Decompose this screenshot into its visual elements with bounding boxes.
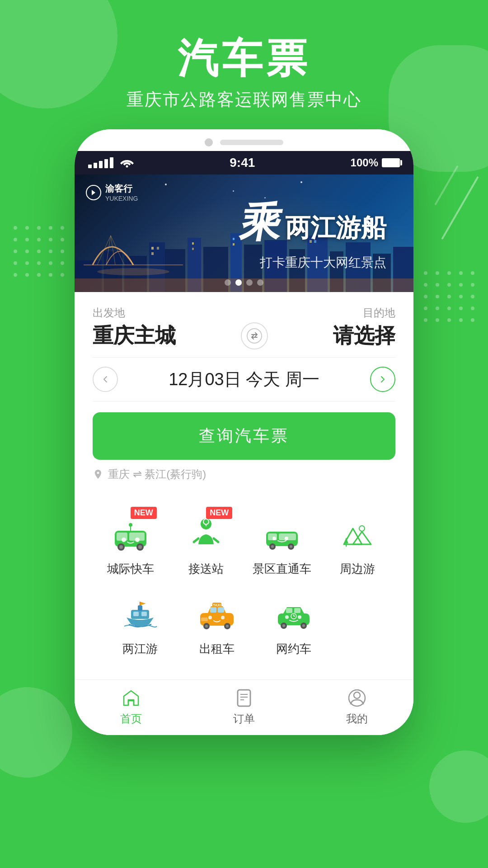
svg-rect-78 xyxy=(201,618,208,621)
signal-area xyxy=(88,157,134,168)
svg-point-75 xyxy=(205,625,208,627)
scenic-icon-wrap xyxy=(259,510,305,556)
svg-point-41 xyxy=(138,545,142,549)
star-2 xyxy=(233,190,234,192)
pickup-label: 接送站 xyxy=(188,561,224,577)
prev-date-button[interactable] xyxy=(93,367,118,392)
recent-route[interactable]: 重庆 ⇌ 綦江(綦行驹) xyxy=(93,467,395,483)
to-city[interactable]: 请选择 xyxy=(333,322,395,350)
svg-rect-23 xyxy=(233,243,235,245)
svg-line-49 xyxy=(194,538,198,542)
svg-point-59 xyxy=(285,537,288,540)
services-row-1: NEW xyxy=(93,510,395,577)
svg-rect-70 xyxy=(210,607,216,613)
svg-rect-65 xyxy=(141,612,147,616)
nav-home[interactable]: 首页 xyxy=(75,687,188,726)
svg-point-0 xyxy=(126,165,128,168)
svg-marker-68 xyxy=(140,602,146,605)
tour-label: 周边游 xyxy=(340,561,375,577)
swap-button[interactable] xyxy=(241,322,268,349)
service-tour[interactable]: 周边游 xyxy=(324,510,391,577)
logo-subtext: YUKEXING xyxy=(105,195,138,202)
search-button[interactable]: 查询汽车票 xyxy=(93,412,395,460)
to-label: 目的地 xyxy=(363,306,395,320)
date-display[interactable]: 12月03日 今天 周一 xyxy=(169,368,319,391)
svg-rect-64 xyxy=(133,612,139,616)
pin-icon xyxy=(93,469,103,480)
rideshare-icon-wrap xyxy=(271,590,316,636)
banner-dot-2[interactable] xyxy=(235,279,242,286)
page-subtitle: 重庆市公路客运联网售票中心 xyxy=(0,88,488,111)
page-title: 汽车票 xyxy=(0,36,488,81)
banner[interactable]: 渝客行 YUKEXING 乘 两江游船 打卡重庆十大网红景点 xyxy=(75,175,413,292)
banner-text: 乘 两江游船 打卡重庆十大网红景点 xyxy=(241,195,386,271)
route-row: 重庆主城 请选择 xyxy=(93,322,395,358)
banner-title: 两江游船 xyxy=(285,215,386,241)
logo-text: 渝客行 xyxy=(105,183,138,195)
search-section: 出发地 目的地 重庆主城 请选择 xyxy=(75,292,413,492)
scenic-icon xyxy=(262,513,302,553)
svg-rect-93 xyxy=(238,690,250,706)
svg-point-42 xyxy=(122,538,126,542)
rideshare-icon xyxy=(273,593,314,633)
service-intercity[interactable]: NEW xyxy=(97,510,164,577)
boat-icon xyxy=(120,593,160,633)
profile-icon xyxy=(346,687,368,709)
rideshare-label: 网约车 xyxy=(276,641,311,657)
service-taxi[interactable]: TAXI xyxy=(178,590,255,657)
banner-dot-3[interactable] xyxy=(246,279,253,286)
banner-dot-4[interactable] xyxy=(257,279,263,286)
service-pickup[interactable]: NEW xyxy=(172,510,240,577)
wifi-icon xyxy=(120,157,134,168)
speaker-grille xyxy=(220,140,283,145)
svg-rect-71 xyxy=(218,607,224,613)
pickup-icon-wrap: NEW xyxy=(183,510,229,556)
svg-point-79 xyxy=(208,616,212,619)
home-nav-label: 首页 xyxy=(120,712,142,726)
from-city[interactable]: 重庆主城 xyxy=(93,322,176,350)
svg-rect-82 xyxy=(286,608,292,613)
svg-point-90 xyxy=(302,624,305,627)
status-time: 9:41 xyxy=(230,156,255,170)
scenic-label: 景区直通车 xyxy=(253,561,311,577)
recent-route-text: 重庆 ⇌ 綦江(綦行驹) xyxy=(108,467,206,481)
chevron-right-icon xyxy=(377,374,388,385)
svg-point-77 xyxy=(226,625,229,627)
nav-orders[interactable]: 订单 xyxy=(188,687,300,726)
bridge-icon xyxy=(84,220,183,278)
date-value: 12月03日 今天 周一 xyxy=(169,370,319,389)
taxi-label: 出租车 xyxy=(199,641,235,657)
taxi-icon-wrap: TAXI xyxy=(194,590,239,636)
svg-point-34 xyxy=(247,329,262,343)
next-date-button[interactable] xyxy=(370,367,395,392)
star-1 xyxy=(165,184,167,185)
services-section: NEW xyxy=(75,497,413,679)
svg-rect-66 xyxy=(138,605,142,611)
svg-point-32 xyxy=(97,268,169,275)
app-logo: 渝客行 YUKEXING xyxy=(85,183,138,202)
svg-rect-20 xyxy=(192,242,194,245)
orders-icon xyxy=(233,687,255,709)
star-3 xyxy=(300,181,302,183)
svg-point-80 xyxy=(221,616,225,619)
service-scenic[interactable]: 景区直通车 xyxy=(248,510,316,577)
boat-label: 两江游 xyxy=(122,641,158,657)
svg-point-58 xyxy=(272,537,276,540)
logo-icon xyxy=(85,184,102,201)
battery-area: 100% xyxy=(351,156,400,169)
service-boat[interactable]: 两江游 xyxy=(102,590,178,657)
status-bar: 9:41 100% xyxy=(75,151,413,175)
route-labels: 出发地 目的地 xyxy=(93,306,395,320)
header-area: 汽车票 重庆市公路客运联网售票中心 xyxy=(0,0,488,129)
new-badge-intercity: NEW xyxy=(131,507,157,519)
svg-text:TAXI: TAXI xyxy=(213,603,221,607)
banner-dot-1[interactable] xyxy=(225,279,231,286)
banner-big-char: 乘 xyxy=(236,195,286,250)
svg-point-92 xyxy=(298,615,301,619)
nav-profile[interactable]: 我的 xyxy=(300,687,413,726)
bg-decoration-4 xyxy=(429,750,488,823)
chevron-left-icon xyxy=(100,374,111,385)
service-rideshare[interactable]: 网约车 xyxy=(255,590,332,657)
tour-icon xyxy=(337,513,378,553)
svg-rect-22 xyxy=(233,238,235,240)
